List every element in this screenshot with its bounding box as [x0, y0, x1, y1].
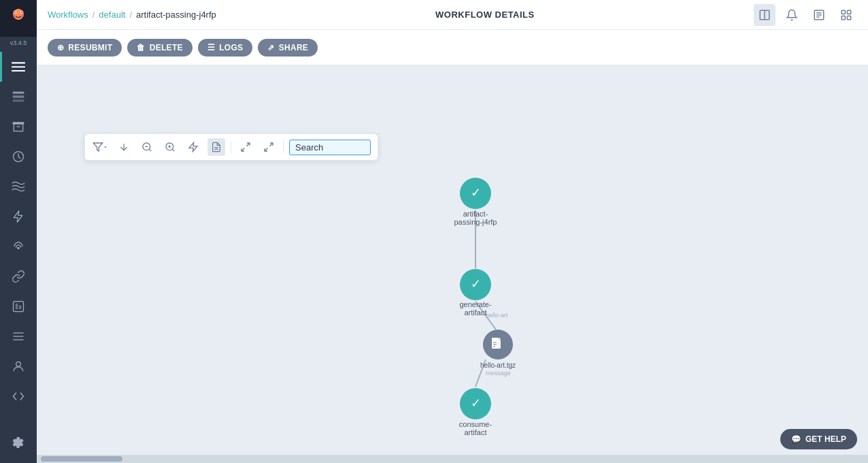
logs-icon: ☰: [207, 43, 215, 52]
zoom-out-tool[interactable]: [138, 138, 156, 156]
svg-rect-7: [12, 66, 25, 67]
svg-text:✓: ✓: [471, 186, 481, 199]
help-icon: 💬: [791, 434, 801, 444]
svg-point-14: [17, 247, 19, 249]
lightning-tool[interactable]: [184, 138, 202, 156]
svg-rect-6: [12, 62, 25, 63]
filter-tool[interactable]: [92, 138, 110, 156]
sort-tool[interactable]: [115, 138, 133, 156]
split-view-button[interactable]: [754, 4, 775, 26]
details-button[interactable]: [808, 4, 830, 26]
svg-rect-57: [492, 338, 501, 349]
share-icon: ⇗: [267, 43, 274, 52]
sidebar-item-workflows[interactable]: [0, 82, 37, 112]
svg-rect-10: [13, 95, 24, 97]
svg-point-1: [15, 9, 22, 20]
svg-text:artifact-: artifact-: [463, 210, 488, 218]
breadcrumb-sep1: /: [93, 10, 95, 20]
sidebar-item-triggers[interactable]: [0, 202, 37, 232]
svg-rect-31: [847, 16, 850, 19]
svg-point-5: [21, 12, 22, 13]
svg-rect-9: [13, 92, 24, 94]
svg-rect-30: [841, 16, 845, 19]
breadcrumb-sep2: /: [129, 10, 132, 20]
svg-marker-41: [189, 142, 197, 151]
generate-node[interactable]: [460, 269, 491, 300]
svg-text:✓: ✓: [471, 277, 481, 291]
sidebar-item-links[interactable]: [0, 261, 37, 291]
toolbar-divider: [231, 141, 231, 153]
svg-rect-8: [12, 70, 25, 71]
svg-rect-12: [13, 122, 24, 124]
sidebar: v3.4.5: [0, 0, 37, 463]
svg-text:message: message: [486, 370, 511, 377]
share-button[interactable]: ⇗ SHARE: [258, 39, 318, 57]
svg-text:hello-art.tgz: hello-art.tgz: [480, 362, 516, 369]
svg-line-35: [149, 149, 151, 151]
workflow-svg: hello-art message ✓ artifact- passing-j4…: [37, 65, 868, 463]
sidebar-item-menu[interactable]: [0, 52, 37, 82]
header: Workflows / default / artifact-passing-j…: [37, 0, 868, 30]
svg-point-4: [14, 12, 16, 13]
root-node[interactable]: [460, 178, 491, 209]
delete-icon: 🗑: [137, 43, 145, 52]
svg-point-21: [16, 362, 21, 366]
svg-rect-15: [14, 302, 24, 312]
sidebar-item-archives[interactable]: [0, 112, 37, 142]
main-content: Workflows / default / artifact-passing-j…: [37, 0, 868, 463]
canvas-toolbar: [84, 133, 378, 161]
svg-text:consume-: consume-: [459, 420, 493, 428]
svg-line-38: [172, 149, 174, 151]
sidebar-nav: [0, 52, 37, 428]
svg-marker-32: [93, 143, 102, 151]
sidebar-item-api[interactable]: [0, 381, 37, 411]
header-actions: [754, 4, 857, 26]
svg-line-45: [241, 148, 245, 151]
svg-text:artifact: artifact: [464, 308, 486, 317]
svg-text:✓: ✓: [471, 396, 481, 410]
artifact-file-node[interactable]: [483, 330, 513, 360]
sidebar-item-cron[interactable]: [0, 142, 37, 172]
svg-text:passing-j4rfp: passing-j4rfp: [454, 218, 497, 226]
delete-button[interactable]: 🗑 DELETE: [127, 39, 192, 57]
breadcrumb-default[interactable]: default: [99, 10, 125, 20]
logo-icon: [7, 7, 29, 29]
svg-rect-29: [847, 10, 850, 14]
svg-rect-58: [492, 338, 498, 349]
sidebar-item-users[interactable]: [0, 351, 37, 381]
app-version: v3.4.5: [10, 37, 27, 52]
fit-tool[interactable]: [237, 138, 254, 156]
notes-tool[interactable]: [207, 138, 225, 156]
svg-rect-28: [841, 10, 845, 14]
resubmit-icon: ⊕: [57, 43, 64, 52]
sidebar-item-events[interactable]: [0, 172, 37, 202]
svg-rect-16: [16, 304, 18, 309]
svg-text:hello-art: hello-art: [486, 312, 508, 319]
fullscreen-tool[interactable]: [260, 138, 278, 156]
scrollbar-thumb-x[interactable]: [41, 456, 122, 462]
notification-button[interactable]: [781, 4, 803, 26]
horizontal-scrollbar[interactable]: [37, 455, 868, 463]
resubmit-button[interactable]: ⊕ RESUBMIT: [48, 39, 122, 57]
sidebar-item-pipelines[interactable]: [0, 321, 37, 351]
sidebar-item-sensors[interactable]: [0, 232, 37, 261]
svg-rect-17: [19, 305, 21, 309]
zoom-in-tool[interactable]: [161, 138, 179, 156]
svg-line-49: [475, 360, 486, 387]
logs-button[interactable]: ☰ LOGS: [198, 39, 253, 57]
workflow-toolbar: ⊕ RESUBMIT 🗑 DELETE ☰ LOGS ⇗ SHARE: [37, 30, 868, 65]
workflow-canvas[interactable]: hello-art message ✓ artifact- passing-j4…: [37, 65, 868, 463]
breadcrumb-current: artifact-passing-j4rfp: [136, 10, 216, 20]
graph-button[interactable]: [835, 4, 857, 26]
consume-node[interactable]: [460, 388, 491, 419]
svg-line-47: [475, 302, 496, 330]
svg-text:artifact: artifact: [464, 428, 486, 436]
sidebar-item-volumes[interactable]: [0, 291, 37, 321]
search-input[interactable]: [289, 140, 371, 155]
toolbar-divider2: [283, 141, 284, 153]
svg-text:generate-: generate-: [459, 300, 491, 308]
breadcrumb-workflows[interactable]: Workflows: [48, 10, 88, 20]
sidebar-item-settings[interactable]: [0, 428, 37, 458]
app-logo[interactable]: [0, 0, 37, 37]
get-help-button[interactable]: 💬 GET HELP: [780, 429, 857, 449]
